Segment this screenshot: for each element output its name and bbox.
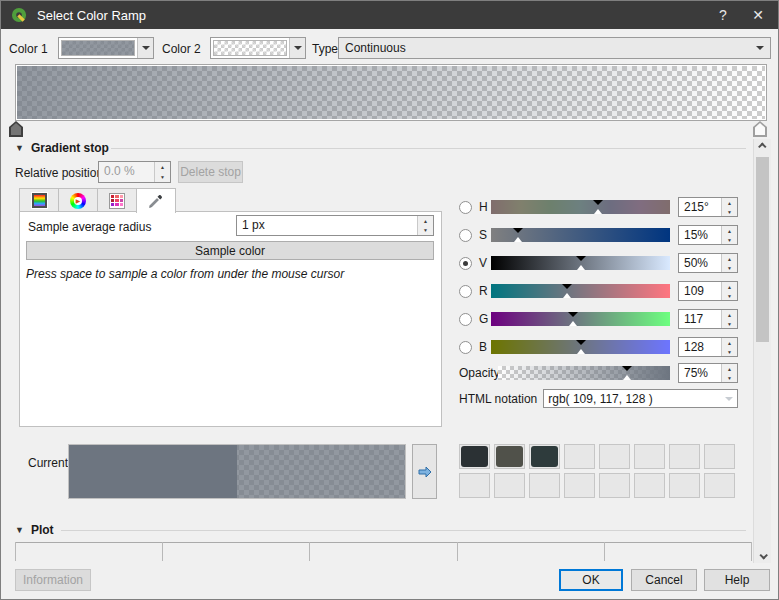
blue-spinbox[interactable]: 128▲▼ xyxy=(678,337,738,357)
swatch-cell[interactable] xyxy=(704,473,735,498)
color-wheel-icon: ▶ xyxy=(70,193,86,209)
swatch-cell[interactable] xyxy=(669,444,700,469)
blue-label: B xyxy=(479,340,491,354)
swatch-cell[interactable] xyxy=(599,473,630,498)
opacity-slider-row: Opacity 75%▲▼ xyxy=(459,363,738,383)
opacity-slider[interactable] xyxy=(498,366,670,380)
red-label: R xyxy=(479,284,491,298)
collapse-triangle-icon: ▼ xyxy=(15,525,24,535)
chevron-down-icon xyxy=(756,46,764,50)
color1-dropdown[interactable] xyxy=(58,37,154,59)
slider-handle[interactable] xyxy=(562,284,572,298)
scrollbar-thumb[interactable] xyxy=(756,157,769,342)
blue-radio[interactable] xyxy=(459,341,472,354)
gradient-preview[interactable] xyxy=(15,64,767,121)
swatch-cell[interactable] xyxy=(459,444,490,469)
green-radio[interactable] xyxy=(459,313,472,326)
qgis-logo-icon xyxy=(11,7,28,24)
window-title: Select Color Ramp xyxy=(37,8,146,23)
swatch-cell[interactable] xyxy=(529,444,560,469)
saturation-radio[interactable] xyxy=(459,229,472,242)
value-spinbox[interactable]: 50%▲▼ xyxy=(678,253,738,273)
spin-down-icon: ▼ xyxy=(155,172,170,182)
opacity-spinbox[interactable]: 75%▲▼ xyxy=(678,363,738,383)
value-radio[interactable] xyxy=(459,257,472,270)
tab-color-picker[interactable] xyxy=(136,188,176,213)
select-color-ramp-dialog: Select Color Ramp ? ✕ Color 1 Color 2 Ty… xyxy=(0,0,779,600)
sample-radius-spinbox[interactable]: 1 px ▲▼ xyxy=(236,215,434,236)
opacity-label: Opacity xyxy=(459,366,498,380)
hue-slider-row: H 215°▲▼ xyxy=(459,197,738,217)
green-label: G xyxy=(479,312,491,326)
saturation-label: S xyxy=(479,228,491,242)
relative-position-spinbox: 0.0 % ▲▼ xyxy=(98,161,171,183)
hue-slider[interactable] xyxy=(491,200,670,214)
value-slider[interactable] xyxy=(491,256,670,270)
blue-slider[interactable] xyxy=(491,340,670,354)
slider-handle[interactable] xyxy=(513,228,523,242)
green-slider-row: G 117▲▼ xyxy=(459,309,738,329)
gradient-stop-marker-right[interactable] xyxy=(753,121,767,137)
ok-button[interactable]: OK xyxy=(559,569,623,591)
window-close-button[interactable]: ✕ xyxy=(738,1,778,29)
value-slider-row: V 50%▲▼ xyxy=(459,253,738,273)
scroll-down-icon[interactable] xyxy=(754,549,771,563)
current-color-preview xyxy=(68,444,406,499)
slider-handle[interactable] xyxy=(576,256,586,270)
swatch-cell[interactable] xyxy=(494,473,525,498)
slider-handle[interactable] xyxy=(576,340,586,354)
help-button[interactable]: Help xyxy=(704,569,770,591)
red-slider-row: R 109▲▼ xyxy=(459,281,738,301)
green-slider[interactable] xyxy=(491,312,670,326)
hue-spinbox[interactable]: 215°▲▼ xyxy=(678,197,738,217)
hue-label: H xyxy=(479,200,491,214)
slider-handle[interactable] xyxy=(622,366,632,380)
slider-handle[interactable] xyxy=(568,312,578,326)
color2-dropdown[interactable] xyxy=(210,37,306,59)
red-spinbox[interactable]: 109▲▼ xyxy=(678,281,738,301)
window-help-button[interactable]: ? xyxy=(703,1,743,29)
green-spinbox[interactable]: 117▲▼ xyxy=(678,309,738,329)
html-notation-input[interactable]: rgb( 109, 117, 128 ) xyxy=(543,389,738,408)
swatch-cell[interactable] xyxy=(669,473,700,498)
type-dropdown[interactable]: Continuous xyxy=(338,37,771,59)
plot-axis xyxy=(15,542,751,561)
scroll-up-icon[interactable] xyxy=(754,139,771,153)
gradient-stop-marker-left[interactable] xyxy=(9,121,23,137)
swatch-cell[interactable] xyxy=(564,444,595,469)
blue-slider-row: B 128▲▼ xyxy=(459,337,738,357)
tab-color-ramp[interactable] xyxy=(19,188,59,212)
red-slider[interactable] xyxy=(491,284,670,298)
swatch-cell[interactable] xyxy=(634,444,665,469)
spin-down-icon: ▼ xyxy=(418,226,433,236)
saturation-slider[interactable] xyxy=(491,228,670,242)
swatch-cell[interactable] xyxy=(529,473,560,498)
swatch-cell[interactable] xyxy=(599,444,630,469)
eyedropper-icon xyxy=(148,193,164,209)
slider-handle[interactable] xyxy=(593,200,603,214)
add-to-swatches-button[interactable] xyxy=(412,444,437,499)
information-button: Information xyxy=(15,569,91,591)
saturation-spinbox[interactable]: 15%▲▼ xyxy=(678,225,738,245)
swatch-cell[interactable] xyxy=(564,473,595,498)
color-ramp-icon xyxy=(32,193,47,208)
swatch-cell[interactable] xyxy=(704,444,735,469)
red-radio[interactable] xyxy=(459,285,472,298)
vertical-scrollbar[interactable] xyxy=(753,139,771,563)
sample-color-button[interactable]: Sample color xyxy=(26,241,434,260)
plot-section-header[interactable]: ▼ Plot xyxy=(15,523,54,537)
tab-color-wheel[interactable]: ▶ xyxy=(58,188,98,212)
chevron-down-icon xyxy=(289,38,305,58)
tab-swatches[interactable] xyxy=(97,188,137,212)
gradient-stop-section-header[interactable]: ▼ Gradient stop xyxy=(15,141,109,155)
color2-swatch xyxy=(213,40,287,56)
hue-radio[interactable] xyxy=(459,201,472,214)
value-label: V xyxy=(479,256,491,270)
type-label: Type xyxy=(312,42,338,56)
swatch-cell[interactable] xyxy=(634,473,665,498)
chevron-down-icon xyxy=(725,397,733,401)
cancel-button[interactable]: Cancel xyxy=(631,569,697,591)
swatch-cell[interactable] xyxy=(459,473,490,498)
color2-label: Color 2 xyxy=(162,42,201,56)
swatch-cell[interactable] xyxy=(494,444,525,469)
